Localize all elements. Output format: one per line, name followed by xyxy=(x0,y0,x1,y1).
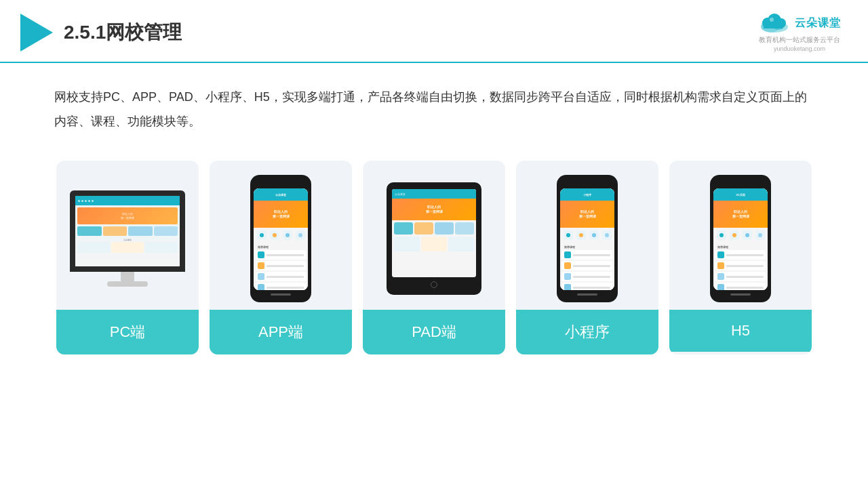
card-h5-image: H5页面 职达人的第一堂网课 xyxy=(669,161,812,310)
pc-monitor-icon: 职达人的第一堂网课 云朵课堂 xyxy=(70,190,185,287)
card-app: 云朵课堂 职达人的第一堂网课 xyxy=(210,161,352,354)
card-h5: H5页面 职达人的第一堂网课 xyxy=(669,161,812,354)
header-left: 2.5.1网校管理 xyxy=(20,14,182,52)
svg-rect-6 xyxy=(764,23,783,28)
card-pc: 职达人的第一堂网课 云朵课堂 xyxy=(56,161,199,354)
card-pad-label: PAD端 xyxy=(363,310,505,354)
brand-url: yunduoketang.com xyxy=(774,45,825,52)
page-header: 2.5.1网校管理 云朵课堂 教育机构一站式服务云平台 yunduoketang… xyxy=(0,0,868,63)
phone-mockup-miniprogram: 小程序 职达人的第一堂网课 xyxy=(557,175,618,302)
card-pc-label: PC端 xyxy=(56,310,199,354)
card-pc-image: 职达人的第一堂网课 云朵课堂 xyxy=(56,161,199,310)
card-miniprogram-label: 小程序 xyxy=(516,310,658,354)
card-pad-image: 云朵课堂 职达人的第一堂网课 xyxy=(363,161,505,310)
cloud-icon xyxy=(758,12,791,34)
card-pad: 云朵课堂 职达人的第一堂网课 xyxy=(363,161,505,354)
card-app-image: 云朵课堂 职达人的第一堂网课 xyxy=(210,161,352,310)
description-paragraph: 网校支持PC、APP、PAD、小程序、H5，实现多端打通，产品各终端自由切换，数… xyxy=(54,85,814,134)
logo-triangle-icon xyxy=(20,14,53,52)
brand-cloud: 云朵课堂 xyxy=(758,12,841,34)
page-title: 2.5.1网校管理 xyxy=(64,20,182,45)
brand-name: 云朵课堂 xyxy=(795,16,841,30)
svg-point-7 xyxy=(770,18,774,22)
phone-mockup-h5: H5页面 职达人的第一堂网课 xyxy=(710,175,771,302)
description-text: 网校支持PC、APP、PAD、小程序、H5，实现多端打通，产品各终端自由切换，数… xyxy=(0,63,868,147)
card-miniprogram-image: 小程序 职达人的第一堂网课 xyxy=(516,161,658,310)
phone-mockup-app: 云朵课堂 职达人的第一堂网课 xyxy=(250,175,311,302)
card-miniprogram: 小程序 职达人的第一堂网课 xyxy=(516,161,658,354)
brand-subtitle: 教育机构一站式服务云平台 xyxy=(759,35,840,45)
tablet-mockup-pad: 云朵课堂 职达人的第一堂网课 xyxy=(387,182,481,295)
brand-logo: 云朵课堂 教育机构一站式服务云平台 yunduoketang.com xyxy=(758,12,841,52)
card-app-label: APP端 xyxy=(210,310,352,354)
cards-container: 职达人的第一堂网课 云朵课堂 xyxy=(0,147,868,375)
card-h5-label: H5 xyxy=(669,310,812,352)
